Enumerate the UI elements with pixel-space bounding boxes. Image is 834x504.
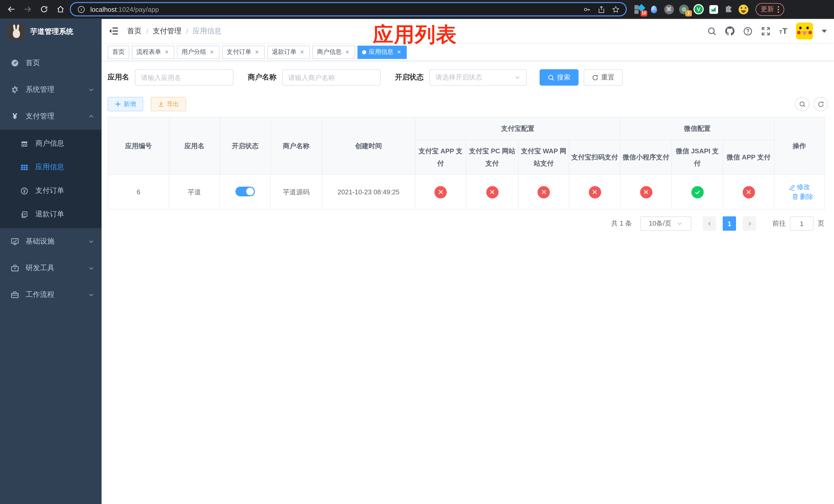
prev-page-button[interactable] [703, 216, 716, 231]
page-number-button[interactable]: 1 [723, 216, 736, 231]
font-size-icon[interactable]: TT [779, 26, 787, 36]
fullscreen-icon[interactable] [761, 26, 770, 36]
home-icon[interactable] [53, 2, 68, 17]
reset-button[interactable]: 重置 [584, 69, 623, 86]
profile-avatar-icon[interactable] [738, 4, 748, 14]
sidebar-item-dev-tools[interactable]: 研发工具 [0, 255, 102, 281]
sidebar-item-home[interactable]: 首页 [0, 50, 102, 76]
tab-pay-orders[interactable]: 支付订单✕ [222, 45, 265, 59]
app-title: 芋道管理系统 [30, 27, 73, 37]
balloon-extension-icon[interactable] [649, 4, 659, 14]
chevron-down-icon [88, 292, 94, 298]
payment-submenu: 商户信息 应用信息 支付订单 [0, 130, 102, 228]
tab-refund-orders[interactable]: 退款订单✕ [267, 45, 310, 59]
sidebar-item-infrastructure[interactable]: 基础设施 [0, 228, 102, 255]
bookmark-star-icon[interactable] [610, 4, 621, 14]
back-icon[interactable] [4, 2, 19, 17]
col-app-name: 应用名 [169, 117, 220, 175]
user-avatar[interactable] [796, 23, 813, 40]
col-wechat-mini: 微信小程序支付 [620, 140, 672, 175]
enabled-toggle[interactable] [236, 186, 255, 196]
github-icon[interactable] [725, 26, 734, 36]
avatar-caret-icon[interactable] [822, 29, 827, 32]
password-key-icon[interactable] [581, 4, 592, 14]
address-bar[interactable]: localhost:1024/pay/app [70, 2, 627, 17]
tab-app-info[interactable]: 应用信息✕ [357, 45, 407, 59]
tab-close-icon[interactable]: ✕ [344, 49, 350, 55]
v-extension-icon[interactable]: V [694, 4, 704, 14]
tab-merchant-info[interactable]: 商户信息✕ [312, 45, 355, 59]
goto-page-input[interactable] [790, 216, 813, 231]
col-wechat-app: 微信 APP 支付 [723, 140, 774, 175]
page-size-select[interactable]: 10条/页 [640, 216, 692, 231]
site-info-icon[interactable] [76, 4, 86, 14]
sidebar-item-pay-orders[interactable]: 支付订单 [0, 179, 102, 203]
reload-icon[interactable] [37, 2, 51, 17]
export-button[interactable]: 导出 [151, 97, 186, 111]
tab-close-icon[interactable]: ✕ [254, 49, 260, 55]
grid-table-icon [21, 163, 28, 171]
status-x-icon [537, 186, 550, 198]
app-logo[interactable]: 芋道管理系统 [0, 19, 102, 45]
sidebar-item-refund-orders[interactable]: 退款订单 [0, 203, 102, 226]
cell-alipay-wap [518, 175, 569, 209]
search-form: 应用名 商户名称 开启状态 请选择开启状态 搜索 [108, 69, 828, 86]
search-button[interactable]: 搜索 [540, 69, 578, 86]
browser-menu-icon[interactable] [777, 6, 779, 13]
forward-icon[interactable] [21, 2, 35, 17]
browser-update-button[interactable]: 更新 [755, 3, 784, 16]
refresh-button[interactable] [813, 97, 828, 111]
help-icon[interactable] [743, 26, 752, 36]
col-wechat-jsapi: 微信 JSAPI 支付 [672, 140, 723, 175]
tab-process-form[interactable]: 流程表单✕ [132, 45, 174, 59]
recorder-extension-icon[interactable]: 1 [679, 4, 689, 14]
app-name-input[interactable] [135, 69, 233, 86]
col-created: 创建时间 [322, 117, 415, 175]
tab-close-icon[interactable]: ✕ [396, 49, 402, 55]
sidebar-item-payment[interactable]: ¥ 支付管理 [0, 103, 102, 130]
extensions-puzzle-icon[interactable] [723, 4, 733, 14]
status-select[interactable]: 请选择开启状态 [429, 69, 527, 86]
cell-wechat-jsapi [672, 175, 723, 209]
tab-close-icon[interactable]: ✕ [299, 49, 305, 55]
col-actions: 操作 [774, 117, 825, 175]
tab-close-icon[interactable]: ✕ [163, 49, 170, 55]
delete-link[interactable]: 删除 [792, 192, 813, 201]
pinned-grid-extension-icon[interactable]: 10 [634, 4, 644, 14]
status-label: 开启状态 [395, 73, 424, 82]
sidebar-item-app-info[interactable]: 应用信息 [0, 155, 102, 179]
tab-close-icon[interactable]: ✕ [209, 49, 215, 55]
toolbox-icon [11, 264, 19, 272]
cell-alipay-app [415, 175, 466, 209]
sidebar-item-merchant-info[interactable]: 商户信息 [0, 132, 102, 155]
sidebar-item-workflow[interactable]: 工作流程 [0, 281, 102, 308]
table-row: 6 芋道 芋道源码 2021-10-23 08:49:25 [108, 175, 825, 209]
command-extension-icon[interactable]: ⌘ [664, 4, 674, 14]
breadcrumb-home[interactable]: 首页 [127, 26, 141, 36]
sidebar-menu: 首页 系统管理 ¥ 支付管理 [0, 45, 102, 308]
share-icon[interactable] [596, 4, 606, 14]
yen-circle-icon [21, 187, 28, 194]
tab-user-group[interactable]: 用户分组✕ [177, 45, 220, 59]
tab-home[interactable]: 首页 [108, 45, 129, 59]
add-button[interactable]: 新增 [108, 97, 143, 111]
merchant-name-input[interactable] [282, 69, 380, 86]
shop-icon [21, 140, 28, 147]
col-app-id: 应用编号 [108, 117, 169, 175]
breadcrumb: 首页 / 支付管理 / 应用信息 [127, 26, 222, 36]
cell-actions: 修改 删除 [774, 175, 825, 209]
sidebar-item-system[interactable]: 系统管理 [0, 76, 102, 103]
gear-icon [11, 86, 19, 94]
toggle-search-button[interactable] [795, 97, 809, 111]
breadcrumb-payment[interactable]: 支付管理 [153, 26, 181, 36]
header-search-icon[interactable] [707, 26, 717, 36]
merchant-name-label: 商户名称 [248, 73, 277, 82]
menu-fold-icon[interactable] [109, 26, 119, 36]
next-page-button[interactable] [743, 216, 756, 231]
url-text[interactable]: localhost:1024/pay/app [90, 5, 159, 14]
cell-created: 2021-10-23 08:49:25 [322, 175, 415, 209]
edit-link[interactable]: 修改 [789, 183, 810, 192]
cell-wechat-mini [620, 175, 672, 209]
screen: localhost:1024/pay/app 10 ⌘ [0, 0, 834, 504]
green-chart-extension-icon[interactable] [708, 4, 719, 14]
